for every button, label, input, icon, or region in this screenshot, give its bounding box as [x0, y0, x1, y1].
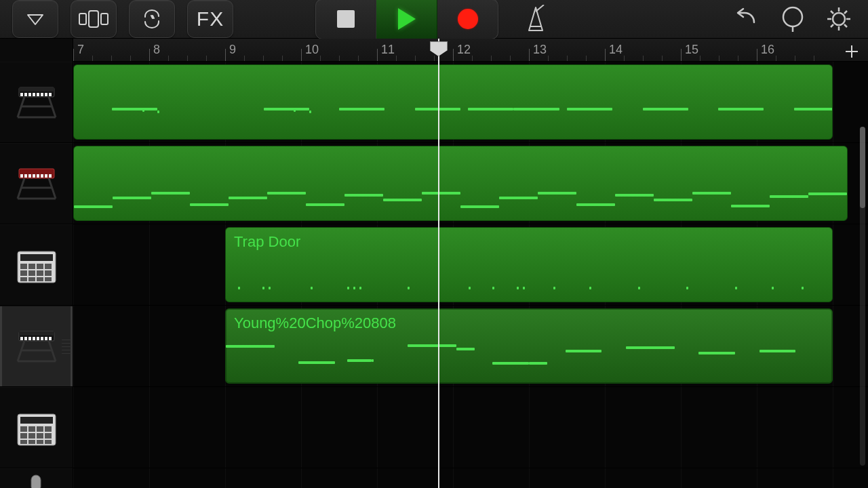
ruler-bar-label: 7 — [77, 43, 84, 57]
drum-machine-icon — [15, 245, 58, 285]
track-header-column — [0, 39, 73, 488]
track-header[interactable] — [0, 62, 73, 143]
plus-icon — [844, 43, 860, 60]
region-title: Trap Door — [234, 233, 300, 251]
ruler[interactable]: 78910111213141516 — [73, 39, 868, 62]
svg-point-8 — [833, 13, 845, 25]
svg-line-13 — [831, 11, 833, 14]
ruler-bar-label: 9 — [229, 43, 236, 57]
track-lane[interactable] — [73, 143, 868, 224]
settings-button[interactable] — [822, 0, 856, 38]
ruler-bar-label: 10 — [305, 43, 319, 57]
keyboard-red-icon — [15, 166, 58, 201]
svg-rect-1 — [79, 14, 86, 24]
ruler-bar-label: 11 — [381, 43, 395, 57]
record-icon — [458, 9, 478, 29]
region[interactable] — [73, 64, 833, 140]
region[interactable]: Trap Door — [225, 227, 833, 302]
svg-line-16 — [831, 24, 833, 27]
metronome-button[interactable] — [519, 0, 553, 38]
svg-line-14 — [844, 24, 847, 27]
ruler-bar-label: 8 — [153, 43, 160, 57]
vertical-scrollbar[interactable] — [860, 127, 865, 466]
region-title: Young%20Chop%20808 — [234, 314, 396, 332]
track-header[interactable] — [0, 468, 73, 488]
ruler-bar-label: 16 — [761, 43, 774, 57]
info-button[interactable] — [776, 0, 810, 38]
keyboard-dark-icon — [15, 85, 58, 120]
keyboard-dark-icon — [15, 329, 58, 364]
ruler-bar-label: 15 — [685, 43, 698, 57]
svg-marker-0 — [28, 15, 43, 24]
add-track-button[interactable] — [841, 43, 863, 60]
ruler-bar-label: 12 — [457, 43, 471, 57]
tracks-area: Trap DoorYoung%20Chop%20808 — [73, 62, 868, 488]
svg-line-4 — [536, 5, 544, 12]
region[interactable]: Young%20Chop%20808 — [225, 308, 833, 384]
track-lane[interactable]: Trap Door — [73, 224, 868, 306]
toolbar: FX — [0, 0, 868, 39]
track-lane[interactable]: Young%20Chop%20808 — [73, 306, 868, 387]
browser-button[interactable] — [71, 0, 117, 38]
region[interactable] — [73, 146, 848, 221]
playhead[interactable] — [438, 39, 439, 488]
track-header[interactable] — [0, 387, 73, 468]
ruler-bar-label: 13 — [533, 43, 547, 57]
track-header[interactable] — [0, 224, 73, 306]
stop-button[interactable] — [315, 0, 376, 39]
record-button[interactable] — [437, 0, 498, 39]
transport — [315, 0, 498, 39]
mic-icon — [15, 471, 58, 488]
loops-button[interactable] — [129, 0, 175, 38]
track-header[interactable] — [0, 306, 73, 387]
drum-machine-icon — [15, 407, 58, 448]
ruler-bar-label: 14 — [609, 43, 623, 57]
track-header[interactable] — [0, 143, 73, 224]
track-lane[interactable] — [73, 468, 868, 488]
vertical-scrollbar-thumb[interactable] — [860, 127, 865, 208]
track-view-button[interactable] — [12, 0, 58, 38]
stop-icon — [337, 10, 355, 28]
fx-label: FX — [197, 7, 224, 30]
svg-line-15 — [844, 11, 847, 14]
timeline[interactable]: 78910111213141516 Trap DoorYoung%20Chop%… — [73, 39, 868, 488]
undo-button[interactable] — [730, 0, 764, 38]
svg-rect-2 — [89, 11, 98, 27]
svg-rect-3 — [101, 14, 108, 24]
track-lane[interactable] — [73, 62, 868, 143]
track-lane[interactable] — [73, 387, 868, 468]
play-icon — [398, 8, 416, 30]
workspace: 78910111213141516 Trap DoorYoung%20Chop%… — [0, 39, 868, 488]
fx-button[interactable]: FX — [187, 0, 233, 38]
play-button[interactable] — [376, 0, 437, 39]
svg-point-6 — [783, 7, 802, 26]
